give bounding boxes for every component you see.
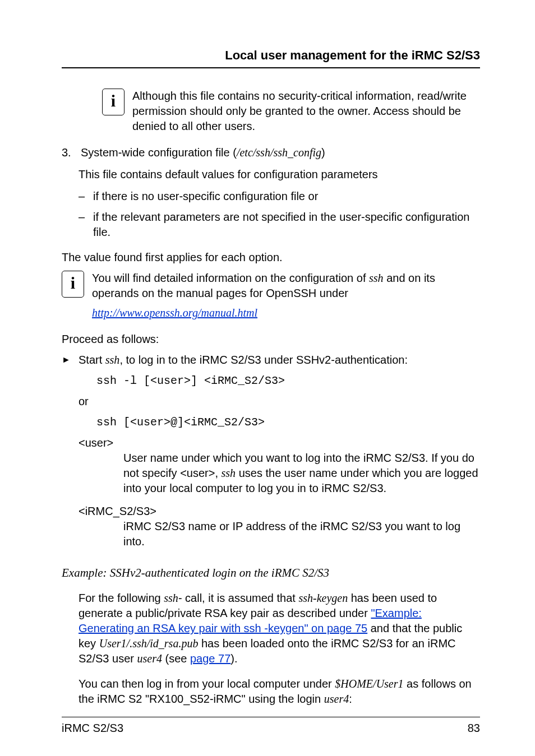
dash-item-2: – if the relevant parameters are not spe… [79,210,480,240]
step-text: Start ssh, to log in to the iRMC S2/S3 u… [79,353,408,368]
def-irmc-body: iRMC S2/S3 name or IP address of the iRM… [123,519,480,549]
ordered-item-3-number: 3. [62,145,81,160]
page: Local user management for the iRMC S2/S3… [0,0,535,756]
ordered-item-3-text: System-wide configuration file (/etc/ssh… [81,145,325,160]
ex1-j: user4 [137,652,162,665]
dash-list: – if there is no user-specific configura… [79,189,480,240]
header-rule [62,67,480,68]
footer-rule [62,717,480,717]
dash-mark: – [79,210,93,225]
page-header-title: Local user management for the iRMC S2/S3 [62,48,480,63]
info-icon: i [62,271,84,298]
ex1-d: ssh-keygen [298,592,348,604]
ex2-e: : [349,693,352,705]
step-text-a: Start [79,354,105,366]
ordered-item-3-before: System-wide configuration file ( [81,146,237,159]
value-found-paragraph: The value found first applies for each o… [62,250,480,265]
footer-left: iRMC S2/S3 [62,722,123,735]
ssh-command-2: ssh [<user>@]<iRMC_S2/S3> [96,415,480,430]
def-user-body: User name under which you want to log in… [123,451,480,496]
ordered-item-3-intro: This file contains default values for co… [79,167,480,182]
def-user-b: ssh [222,467,236,479]
content-area: i Although this file contains no securit… [62,89,480,717]
def-user-term: <user> [79,435,480,451]
ex1-c: - call, it is assumed that [178,592,299,604]
info2-line1a: You will find detailed information on th… [92,272,369,284]
dash-mark: – [79,189,93,204]
info-note-1: i Although this file contains no securit… [102,89,480,134]
step-text-c: , to log in to the iRMC S2/S3 under SSHv… [119,354,408,366]
page-number: 83 [468,722,480,735]
def-irmc-term: <iRMC_S2/S3> [79,504,480,519]
step-text-b: ssh [105,354,120,366]
info-note-2-text: You will find detailed information on th… [92,271,480,301]
dash-item-1-text: if there is no user-specific configurati… [93,189,318,204]
info2-link-row: http://www.openssh.org/manual.html [92,305,480,321]
page-77-link[interactable]: page 77 [190,652,230,665]
ex2-b: $HOME/User1 [335,678,403,690]
ex2-a: You can then log in from your local comp… [79,678,335,690]
step-bullet: ► Start ssh, to log in to the iRMC S2/S3… [62,353,480,368]
example-paragraph-2: You can then log in from your local comp… [79,676,480,707]
footer-block: iRMC S2/S3 83 [62,717,480,735]
page-footer: iRMC S2/S3 83 [62,722,480,735]
info-note-2: i You will find detailed information on … [62,271,480,301]
ordered-item-3-after: ) [321,146,325,159]
or-text: or [79,394,480,409]
info-icon: i [102,89,124,115]
example-paragraph-1: For the following ssh- call, it is assum… [79,591,480,666]
ex1-k: (see [162,652,190,665]
ssh-command-1: ssh -l [<user>] <iRMC_S2/S3> [96,373,480,388]
ex2-d: user4 [324,693,349,705]
ex1-b: ssh [164,592,178,604]
ex1-h: User1/.ssh/id_rsa.pub [99,637,199,650]
ordered-item-3-path: /etc/ssh/ssh_config [237,146,321,159]
dash-item-2-text: if the relevant parameters are not speci… [93,210,480,240]
triangle-bullet-icon: ► [62,353,79,367]
openssh-manual-link[interactable]: http://www.openssh.org/manual.html [92,307,257,319]
dash-item-1: – if there is no user-specific configura… [79,189,480,204]
example-heading: Example: SSHv2-authenticated login on th… [62,565,480,581]
ordered-item-3: 3. System-wide configuration file (/etc/… [62,145,480,160]
info2-line1b: ssh [369,272,384,284]
proceed-heading: Proceed as follows: [62,332,480,347]
ex1-a: For the following [79,592,164,604]
info-note-1-text: Although this file contains no security-… [132,89,480,134]
ex1-m: ). [230,652,237,665]
